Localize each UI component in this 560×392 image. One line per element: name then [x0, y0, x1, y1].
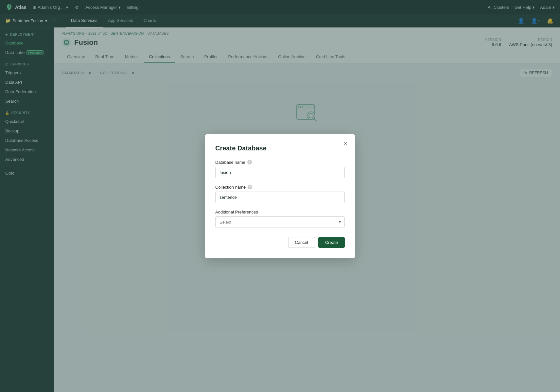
- collection-name-input[interactable]: [215, 192, 345, 203]
- additional-preferences-group: Additional Preferences Select Capped Col…: [215, 210, 345, 228]
- collection-name-help-icon[interactable]: ?: [248, 185, 252, 189]
- create-button[interactable]: Create: [318, 237, 345, 248]
- collection-name-group: Collection name ?: [215, 185, 345, 203]
- db-name-help-icon[interactable]: ?: [247, 160, 252, 164]
- additional-preferences-select-wrapper: Select Capped Collection Custom Collatio…: [215, 216, 345, 228]
- collection-name-label: Collection name ?: [215, 185, 345, 190]
- main-layout: ◈ Deployment Database Data Lake PREVIEW …: [0, 27, 560, 392]
- cancel-button[interactable]: Cancel: [288, 237, 315, 248]
- content-area: ADAM'S ORG 2022-04-02 SENTENCEFUSION DAT…: [54, 27, 560, 392]
- modal-title: Create Database: [215, 145, 345, 152]
- modal-actions: Cancel Create: [215, 237, 345, 248]
- additional-preferences-select[interactable]: Select Capped Collection Custom Collatio…: [215, 216, 345, 228]
- database-name-input[interactable]: [215, 167, 345, 178]
- modal-overlay[interactable]: × Create Database Database name ? Collec…: [54, 27, 560, 392]
- database-name-label: Database name ?: [215, 160, 345, 165]
- additional-preferences-label: Additional Preferences: [215, 210, 345, 214]
- modal-close-button[interactable]: ×: [341, 139, 350, 148]
- create-database-modal: × Create Database Database name ? Collec…: [205, 134, 355, 258]
- database-name-group: Database name ?: [215, 160, 345, 178]
